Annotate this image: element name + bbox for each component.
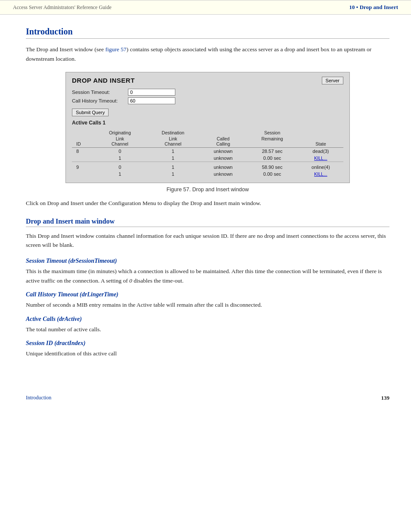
cell-state: online(4) (298, 164, 343, 171)
session-id-subsection-text: Unique identification of this active cal… (26, 349, 389, 358)
session-timeout-row: Session Timeout: (72, 89, 343, 96)
header-bar: Access Server Administrators' Reference … (0, 0, 411, 15)
window-header: DROP AND INSERT Server (72, 77, 343, 84)
session-timeout-subsection-title: Session Timeout (drSessionTimeout) (26, 258, 389, 264)
cell-session: 28.57 sec (246, 148, 298, 155)
table-row: 1 1 unknown 0.00 sec KILL... (72, 171, 343, 177)
active-calls-label: Active Calls 1 (72, 120, 343, 126)
cell-session: 0.00 sec (246, 155, 298, 162)
col-remaining-header (246, 141, 298, 148)
table-header-row3: ID Channel Channel Calling State (72, 141, 343, 148)
col-dest-header2: Link (146, 135, 200, 141)
intro-section: Introduction The Drop and Insert window … (26, 27, 389, 63)
figure-container: DROP AND INSERT Server Session Timeout: … (26, 72, 389, 193)
col-orig-header2: Link (94, 135, 146, 141)
cell-called: unknown (200, 148, 246, 155)
window-title: DROP AND INSERT (72, 77, 135, 84)
intro-paragraph: The Drop and Insert window (see figure 5… (26, 45, 389, 63)
footer-right: 139 (381, 395, 390, 401)
cell-kill: KILL... (298, 171, 343, 177)
cell-dest: 1 (146, 164, 200, 171)
call-history-subsection-text: Number of seconds a MIB entry remains in… (26, 300, 389, 310)
table-row: 1 1 unknown 0.00 sec KILL... (72, 155, 343, 162)
col-calling-header: Calling (200, 141, 246, 148)
table-row: 8 0 1 unknown 28.57 sec dead(3) (72, 148, 343, 155)
col-id-header (72, 129, 94, 135)
cell-id (72, 171, 94, 177)
cell-session: 0.00 sec (246, 171, 298, 177)
footer-left: Introduction (26, 395, 51, 401)
table-header-row1: Originating Destination Session (72, 129, 343, 135)
figure-caption: Figure 57. Drop and Insert window (166, 187, 249, 193)
cell-called: unknown (200, 171, 246, 177)
cell-id: 8 (72, 148, 94, 155)
call-history-input[interactable] (128, 97, 175, 104)
table-row: 9 0 1 unknown 58.90 sec online(4) (72, 164, 343, 171)
col-state-header3: State (298, 141, 343, 148)
col-session-header1: Session (246, 129, 298, 135)
col-session-header2: Remaining (246, 135, 298, 141)
cell-kill: KILL... (298, 155, 343, 162)
cell-orig: 1 (94, 171, 146, 177)
col-id-header3: ID (72, 141, 94, 148)
col-called-header2: Called (200, 135, 246, 141)
call-history-label: Call History Timeout: (72, 98, 128, 103)
footer: Introduction 139 (0, 390, 411, 406)
call-history-subsection-title: Call History Timeout (drLingerTime) (26, 291, 389, 298)
col-state-header1 (298, 129, 343, 135)
main-window-title: Drop and Insert main window (26, 218, 389, 227)
cell-id (72, 155, 94, 162)
table-header-row2: Link Link Called Remaining (72, 135, 343, 141)
header-left-text: Access Server Administrators' Reference … (13, 4, 112, 11)
intro-title: Introduction (26, 27, 389, 39)
main-window-section: Drop and Insert main window This Drop an… (26, 218, 389, 358)
figure-link[interactable]: figure 57 (105, 46, 126, 53)
cell-session: 58.90 sec (246, 164, 298, 171)
cell-dest: 1 (146, 148, 200, 155)
col-called-header1 (200, 129, 246, 135)
cell-id: 9 (72, 164, 94, 171)
session-timeout-subsection-text: This is the maximum time (in minutes) wh… (26, 267, 389, 285)
active-calls-subsection-title: Active Calls (drActive) (26, 316, 389, 323)
col-dest-header1: Destination (146, 129, 200, 135)
cell-orig: 1 (94, 155, 146, 162)
call-history-row: Call History Timeout: (72, 97, 343, 104)
cell-dest: 1 (146, 171, 200, 177)
col-state-header2 (298, 135, 343, 141)
submit-query-button[interactable]: Submit Query (72, 109, 109, 116)
cell-dest: 1 (146, 155, 200, 162)
calls-table: Originating Destination Session Link Lin… (72, 129, 343, 177)
col-id-header2 (72, 135, 94, 141)
main-content: Introduction The Drop and Insert window … (0, 15, 411, 373)
cell-orig: 0 (94, 148, 146, 155)
cell-state: dead(3) (298, 148, 343, 155)
cell-called: unknown (200, 155, 246, 162)
col-orig-header3: Channel (94, 141, 146, 148)
server-button[interactable]: Server (322, 77, 343, 84)
header-right-text: 10 • Drop and Insert (349, 4, 398, 11)
session-timeout-label: Session Timeout: (72, 90, 128, 95)
active-calls-subsection-text: The total number of active calls. (26, 325, 389, 334)
click-text: Click on Drop and Insert under the Confi… (26, 199, 389, 208)
col-dest-header3: Channel (146, 141, 200, 148)
session-timeout-input[interactable] (128, 89, 175, 96)
cell-orig: 0 (94, 164, 146, 171)
col-orig-header1: Originating (94, 129, 146, 135)
session-id-subsection-title: Session ID (dractIndex) (26, 340, 389, 347)
cell-called: unknown (200, 164, 246, 171)
main-window-paragraph: This Drop and Insert window contains cha… (26, 231, 389, 250)
drop-insert-window: DROP AND INSERT Server Session Timeout: … (65, 72, 350, 183)
